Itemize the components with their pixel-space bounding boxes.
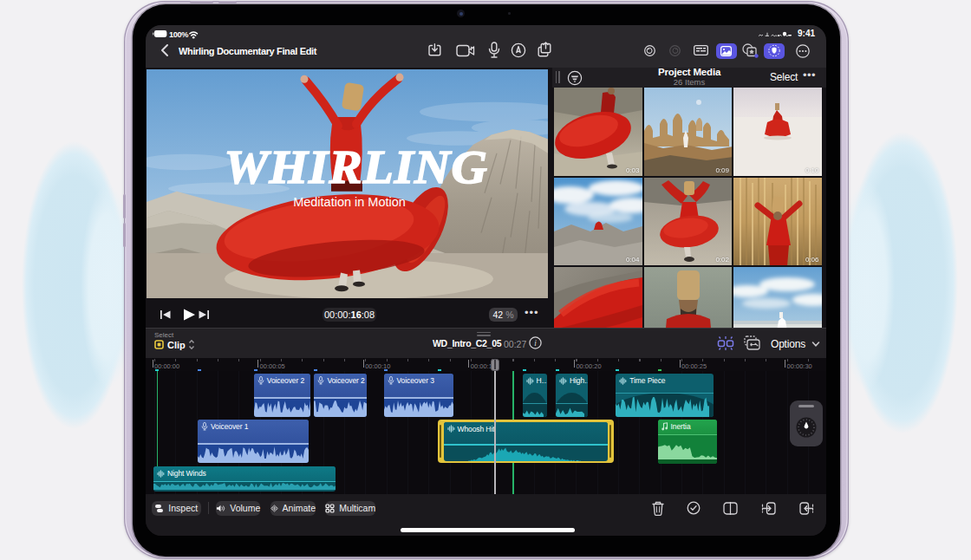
svg-text:i: i — [534, 339, 537, 348]
svg-text:WHIRLING: WHIRLING — [225, 140, 488, 193]
svg-text:100%: 100% — [169, 29, 188, 38]
svg-text:Meditation in Motion: Meditation in Motion — [293, 195, 406, 209]
svg-text:9:41: 9:41 — [798, 29, 815, 38]
